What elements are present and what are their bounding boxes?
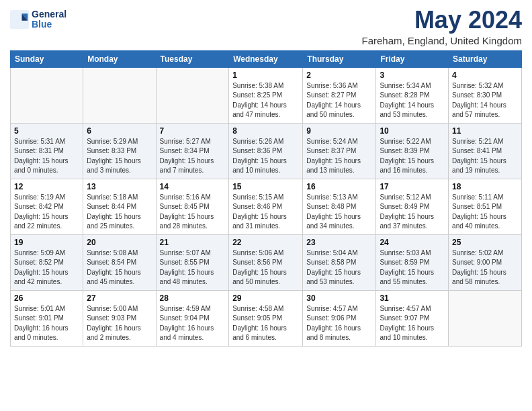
day-info: Sunrise: 5:22 AMSunset: 8:39 PMDaylight:… bbox=[380, 137, 445, 176]
day-number: 21 bbox=[160, 238, 226, 247]
calendar-cell: 18Sunrise: 5:11 AMSunset: 8:51 PMDayligh… bbox=[449, 179, 522, 234]
day-info: Sunrise: 5:21 AMSunset: 8:41 PMDaylight:… bbox=[452, 137, 518, 176]
calendar-cell: 27Sunrise: 5:00 AMSunset: 9:03 PMDayligh… bbox=[83, 290, 156, 346]
calendar-cell: 11Sunrise: 5:21 AMSunset: 8:41 PMDayligh… bbox=[449, 123, 522, 179]
calendar-cell: 26Sunrise: 5:01 AMSunset: 9:01 PMDayligh… bbox=[11, 290, 83, 346]
logo: General Blue bbox=[10, 9, 66, 30]
day-info: Sunrise: 5:16 AMSunset: 8:45 PMDaylight:… bbox=[160, 193, 226, 232]
day-info: Sunrise: 5:38 AMSunset: 8:25 PMDaylight:… bbox=[232, 81, 299, 120]
calendar-cell: 7Sunrise: 5:27 AMSunset: 8:34 PMDaylight… bbox=[156, 123, 229, 179]
day-info: Sunrise: 5:12 AMSunset: 8:49 PMDaylight:… bbox=[380, 193, 445, 232]
calendar-cell: 21Sunrise: 5:07 AMSunset: 8:55 PMDayligh… bbox=[156, 234, 229, 290]
calendar-cell: 4Sunrise: 5:32 AMSunset: 8:30 PMDaylight… bbox=[449, 67, 522, 123]
calendar-cell: 2Sunrise: 5:36 AMSunset: 8:27 PMDaylight… bbox=[303, 67, 376, 123]
calendar-cell: 10Sunrise: 5:22 AMSunset: 8:39 PMDayligh… bbox=[376, 123, 449, 179]
calendar-cell bbox=[156, 67, 229, 123]
calendar-cell: 22Sunrise: 5:06 AMSunset: 8:56 PMDayligh… bbox=[229, 234, 303, 290]
calendar-cell: 29Sunrise: 4:58 AMSunset: 9:05 PMDayligh… bbox=[229, 290, 303, 346]
calendar-cell: 9Sunrise: 5:24 AMSunset: 8:37 PMDaylight… bbox=[303, 123, 376, 179]
day-info: Sunrise: 5:15 AMSunset: 8:46 PMDaylight:… bbox=[232, 193, 299, 232]
day-number: 22 bbox=[232, 238, 299, 247]
calendar-cell: 6Sunrise: 5:29 AMSunset: 8:33 PMDaylight… bbox=[83, 123, 156, 179]
weekday-header: Saturday bbox=[449, 50, 522, 67]
weekday-header: Sunday bbox=[11, 50, 83, 67]
calendar-cell: 25Sunrise: 5:02 AMSunset: 9:00 PMDayligh… bbox=[449, 234, 522, 290]
month-title: May 2024 bbox=[362, 7, 522, 34]
day-number: 10 bbox=[380, 126, 445, 136]
calendar-cell: 16Sunrise: 5:13 AMSunset: 8:48 PMDayligh… bbox=[303, 179, 376, 234]
day-number: 23 bbox=[306, 238, 372, 247]
day-info: Sunrise: 4:58 AMSunset: 9:05 PMDaylight:… bbox=[232, 304, 299, 343]
calendar-cell bbox=[83, 67, 156, 123]
day-number: 9 bbox=[306, 126, 372, 136]
calendar-cell: 23Sunrise: 5:04 AMSunset: 8:58 PMDayligh… bbox=[303, 234, 376, 290]
day-number: 15 bbox=[232, 182, 299, 191]
day-info: Sunrise: 5:29 AMSunset: 8:33 PMDaylight:… bbox=[87, 137, 152, 176]
day-number: 4 bbox=[452, 71, 518, 80]
calendar-cell: 1Sunrise: 5:38 AMSunset: 8:25 PMDaylight… bbox=[229, 67, 303, 123]
weekday-header: Monday bbox=[83, 50, 156, 67]
day-number: 16 bbox=[306, 182, 372, 191]
day-number: 3 bbox=[380, 71, 445, 80]
day-info: Sunrise: 5:18 AMSunset: 8:44 PMDaylight:… bbox=[87, 193, 152, 232]
day-number: 20 bbox=[87, 238, 152, 247]
day-number: 7 bbox=[160, 126, 226, 136]
logo-icon bbox=[10, 10, 29, 29]
calendar-cell bbox=[11, 67, 83, 123]
day-number: 19 bbox=[14, 238, 79, 247]
calendar-cell: 15Sunrise: 5:15 AMSunset: 8:46 PMDayligh… bbox=[229, 179, 303, 234]
day-number: 12 bbox=[14, 182, 79, 191]
logo-text: General Blue bbox=[32, 9, 66, 30]
calendar-cell: 17Sunrise: 5:12 AMSunset: 8:49 PMDayligh… bbox=[376, 179, 449, 234]
calendar-cell: 28Sunrise: 4:59 AMSunset: 9:04 PMDayligh… bbox=[156, 290, 229, 346]
calendar-cell bbox=[449, 290, 522, 346]
weekday-header: Wednesday bbox=[229, 50, 303, 67]
day-number: 30 bbox=[306, 293, 372, 303]
day-info: Sunrise: 5:34 AMSunset: 8:28 PMDaylight:… bbox=[380, 81, 445, 120]
day-number: 6 bbox=[87, 126, 152, 136]
calendar-week-row: 5Sunrise: 5:31 AMSunset: 8:31 PMDaylight… bbox=[11, 123, 522, 179]
day-info: Sunrise: 4:57 AMSunset: 9:06 PMDaylight:… bbox=[306, 304, 372, 343]
calendar-week-row: 26Sunrise: 5:01 AMSunset: 9:01 PMDayligh… bbox=[11, 290, 522, 346]
day-info: Sunrise: 5:01 AMSunset: 9:01 PMDaylight:… bbox=[14, 304, 79, 343]
day-info: Sunrise: 5:11 AMSunset: 8:51 PMDaylight:… bbox=[452, 193, 518, 232]
weekday-header-row: SundayMondayTuesdayWednesdayThursdayFrid… bbox=[11, 50, 522, 67]
calendar-cell: 8Sunrise: 5:26 AMSunset: 8:36 PMDaylight… bbox=[229, 123, 303, 179]
day-number: 18 bbox=[452, 182, 518, 191]
day-info: Sunrise: 5:32 AMSunset: 8:30 PMDaylight:… bbox=[452, 81, 518, 120]
day-info: Sunrise: 5:06 AMSunset: 8:56 PMDaylight:… bbox=[232, 248, 299, 287]
day-info: Sunrise: 5:36 AMSunset: 8:27 PMDaylight:… bbox=[306, 81, 372, 120]
calendar-cell: 12Sunrise: 5:19 AMSunset: 8:42 PMDayligh… bbox=[11, 179, 83, 234]
calendar-cell: 24Sunrise: 5:03 AMSunset: 8:59 PMDayligh… bbox=[376, 234, 449, 290]
weekday-header: Friday bbox=[376, 50, 449, 67]
day-info: Sunrise: 5:13 AMSunset: 8:48 PMDaylight:… bbox=[306, 193, 372, 232]
day-info: Sunrise: 5:00 AMSunset: 9:03 PMDaylight:… bbox=[87, 304, 152, 343]
day-number: 25 bbox=[452, 238, 518, 247]
calendar-week-row: 19Sunrise: 5:09 AMSunset: 8:52 PMDayligh… bbox=[11, 234, 522, 290]
location: Fareham, England, United Kingdom bbox=[362, 35, 522, 46]
day-info: Sunrise: 5:03 AMSunset: 8:59 PMDaylight:… bbox=[380, 248, 445, 287]
calendar-cell: 31Sunrise: 4:57 AMSunset: 9:07 PMDayligh… bbox=[376, 290, 449, 346]
calendar-cell: 13Sunrise: 5:18 AMSunset: 8:44 PMDayligh… bbox=[83, 179, 156, 234]
day-number: 13 bbox=[87, 182, 152, 191]
calendar-cell: 5Sunrise: 5:31 AMSunset: 8:31 PMDaylight… bbox=[11, 123, 83, 179]
day-number: 17 bbox=[380, 182, 445, 191]
day-info: Sunrise: 5:19 AMSunset: 8:42 PMDaylight:… bbox=[14, 193, 79, 232]
day-number: 28 bbox=[160, 293, 226, 303]
header: General Blue May 2024 Fareham, England, … bbox=[10, 7, 522, 46]
day-number: 2 bbox=[306, 71, 372, 80]
day-info: Sunrise: 5:31 AMSunset: 8:31 PMDaylight:… bbox=[14, 137, 79, 176]
weekday-header: Tuesday bbox=[156, 50, 229, 67]
day-number: 11 bbox=[452, 126, 518, 136]
day-info: Sunrise: 5:09 AMSunset: 8:52 PMDaylight:… bbox=[14, 248, 79, 287]
page: General Blue May 2024 Fareham, England, … bbox=[0, 0, 532, 353]
calendar-cell: 19Sunrise: 5:09 AMSunset: 8:52 PMDayligh… bbox=[11, 234, 83, 290]
calendar-table: SundayMondayTuesdayWednesdayThursdayFrid… bbox=[10, 50, 522, 347]
weekday-header: Thursday bbox=[303, 50, 376, 67]
day-info: Sunrise: 4:57 AMSunset: 9:07 PMDaylight:… bbox=[380, 304, 445, 343]
day-number: 26 bbox=[14, 293, 79, 303]
day-info: Sunrise: 5:02 AMSunset: 9:00 PMDaylight:… bbox=[452, 248, 518, 287]
day-info: Sunrise: 4:59 AMSunset: 9:04 PMDaylight:… bbox=[160, 304, 226, 343]
calendar-week-row: 12Sunrise: 5:19 AMSunset: 8:42 PMDayligh… bbox=[11, 179, 522, 234]
calendar-cell: 3Sunrise: 5:34 AMSunset: 8:28 PMDaylight… bbox=[376, 67, 449, 123]
